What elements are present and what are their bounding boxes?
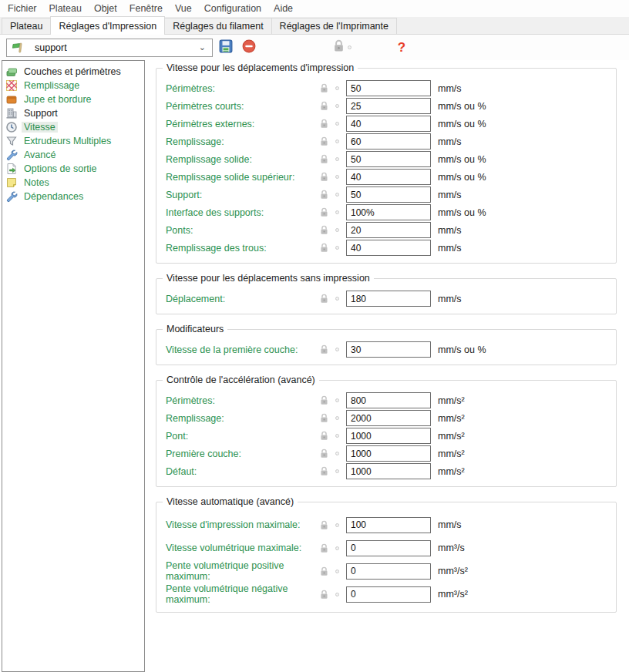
option-input[interactable] — [346, 517, 431, 533]
menu-item-configuration[interactable]: Configuration — [198, 2, 267, 15]
reset-dot-icon[interactable] — [335, 157, 339, 161]
sidebar-item-5[interactable]: Extrudeurs Multiples — [2, 134, 144, 148]
tab-2[interactable]: Réglages du filament — [164, 18, 271, 34]
sidebar-item-9[interactable]: Dépendances — [2, 190, 144, 203]
lock-icon[interactable] — [320, 225, 335, 235]
sidebar-item-8[interactable]: Notes — [2, 176, 144, 190]
tab-1[interactable]: Réglages d'Impression — [50, 16, 165, 35]
option-input[interactable] — [346, 204, 431, 220]
lock-icon[interactable] — [320, 243, 335, 253]
lock-icon[interactable] — [320, 395, 335, 405]
sidebar-item-1[interactable]: Remplissage — [2, 79, 144, 92]
option-input[interactable] — [346, 463, 431, 479]
lock-icon[interactable] — [320, 449, 335, 459]
option-input[interactable] — [346, 540, 431, 556]
menu-item-objet[interactable]: Objet — [88, 2, 123, 15]
reset-dot-icon[interactable] — [335, 104, 339, 108]
section-title: Vitesse pour les déplacements d'impressi… — [163, 62, 358, 73]
option-row: Déplacement:mm/s — [166, 290, 608, 307]
reset-dot-icon[interactable] — [335, 210, 339, 214]
option-input[interactable] — [346, 151, 431, 167]
menu-item-aide[interactable]: Aide — [267, 2, 299, 15]
sidebar-item-3[interactable]: Support — [2, 106, 144, 120]
reset-dot-icon[interactable] — [335, 193, 339, 197]
sidebar-item-7[interactable]: Options de sortie — [2, 162, 144, 176]
lock-icon[interactable] — [320, 344, 335, 354]
option-input[interactable] — [346, 169, 431, 185]
reset-dot-icon[interactable] — [335, 228, 339, 232]
sidebar-item-6[interactable]: Avancé — [2, 148, 144, 162]
lock-icon[interactable] — [320, 83, 335, 93]
chevron-down-icon[interactable]: ⌄ — [199, 42, 207, 52]
reset-dot-icon[interactable] — [335, 434, 339, 438]
option-row: Vitesse volumétrique maximale:mm³/s — [166, 536, 608, 559]
reset-dot-icon[interactable] — [335, 469, 339, 473]
lock-icon[interactable] — [320, 431, 335, 441]
reset-dot-icon[interactable] — [335, 175, 339, 179]
reset-dot-icon[interactable] — [335, 570, 339, 573]
option-input[interactable] — [346, 240, 431, 256]
menu-item-vue[interactable]: Vue — [169, 2, 198, 15]
option-input[interactable] — [346, 392, 431, 408]
tab-3[interactable]: Réglages de l'Imprimante — [271, 18, 397, 34]
option-input[interactable] — [346, 222, 431, 238]
reset-dot-icon[interactable] — [335, 546, 339, 550]
reset-dot-icon[interactable] — [335, 452, 339, 455]
lock-icon[interactable] — [320, 190, 335, 200]
option-row: Ponts:mm/s — [166, 221, 608, 239]
menu-item-fichier[interactable]: Fichier — [2, 2, 43, 15]
lock-icon[interactable] — [320, 520, 335, 530]
reset-dot-icon[interactable] — [335, 593, 339, 596]
lock-icon[interactable] — [320, 566, 335, 576]
toolbar-lock-button[interactable] — [333, 39, 358, 55]
reset-dot-icon[interactable] — [335, 122, 339, 126]
option-input[interactable] — [346, 133, 431, 150]
option-input[interactable] — [346, 98, 431, 114]
option-input[interactable] — [346, 80, 431, 96]
lock-icon[interactable] — [320, 413, 335, 423]
tab-0[interactable]: Plateau — [2, 18, 51, 34]
reset-dot-icon[interactable] — [335, 416, 339, 420]
lock-icon[interactable] — [320, 101, 335, 111]
save-preset-button[interactable] — [216, 38, 236, 58]
lock-icon[interactable] — [320, 154, 335, 164]
reset-dot-icon[interactable] — [335, 348, 339, 351]
option-label: Remplissage: — [166, 413, 320, 424]
lock-icon[interactable] — [320, 590, 335, 600]
option-input[interactable] — [346, 186, 431, 203]
menu-item-fenêtre[interactable]: Fenêtre — [123, 2, 169, 15]
preset-selector[interactable]: support ⌄ — [6, 39, 213, 57]
option-input[interactable] — [346, 586, 431, 603]
reset-dot-icon[interactable] — [335, 523, 339, 527]
reset-dot-icon[interactable] — [335, 297, 339, 301]
notes-icon — [5, 176, 18, 189]
option-input[interactable] — [346, 428, 431, 444]
option-unit: mm/s ou % — [438, 119, 486, 129]
lock-icon[interactable] — [320, 543, 335, 553]
reset-dot-icon[interactable] — [335, 246, 339, 250]
option-row: Pont:mm/s² — [166, 427, 608, 445]
option-input[interactable] — [346, 410, 431, 426]
sidebar-item-2[interactable]: Jupe et bordure — [2, 92, 144, 106]
option-input[interactable] — [346, 116, 431, 132]
lock-icon[interactable] — [320, 466, 335, 476]
help-button[interactable]: ? — [394, 40, 409, 55]
sidebar-item-4[interactable]: Vitesse — [2, 120, 144, 134]
option-row: Interface des supports:mm/s ou % — [166, 203, 608, 221]
option-input[interactable] — [346, 341, 431, 358]
sidebar-item-0[interactable]: Couches et périmètres — [2, 65, 144, 79]
option-input[interactable] — [346, 563, 431, 580]
reset-dot-icon[interactable] — [335, 139, 339, 143]
reset-dot-icon[interactable] — [335, 398, 339, 402]
lock-icon[interactable] — [320, 207, 335, 217]
lock-icon[interactable] — [320, 294, 335, 304]
option-input[interactable] — [346, 291, 431, 307]
lock-icon[interactable] — [320, 172, 335, 182]
reset-dot-icon[interactable] — [335, 86, 339, 90]
option-input[interactable] — [346, 445, 431, 462]
menu-item-plateau[interactable]: Plateau — [43, 2, 88, 15]
delete-preset-button[interactable] — [239, 38, 259, 58]
section-2: ModificateursVitesse de la première couc… — [156, 329, 617, 365]
lock-icon[interactable] — [320, 136, 335, 146]
lock-icon[interactable] — [320, 119, 335, 129]
